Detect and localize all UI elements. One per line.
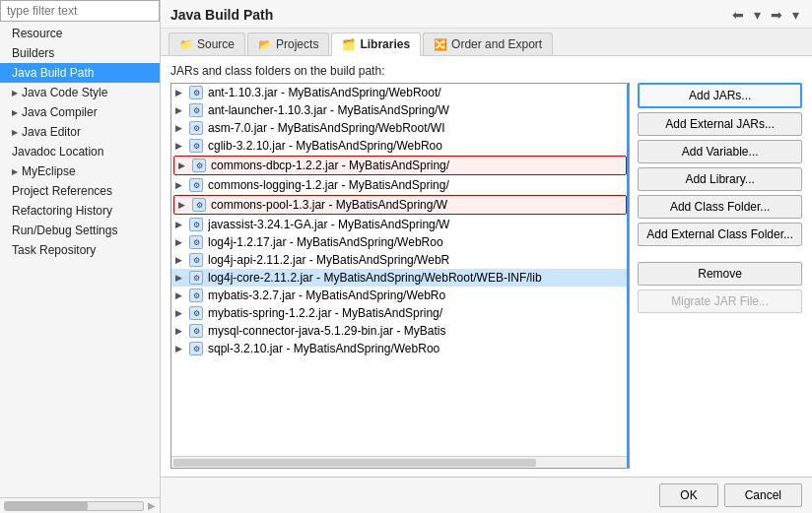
jar-item-expand-arrow: ▶ <box>178 160 188 170</box>
jar-item[interactable]: ▶⚙log4j-1.2.17.jar - MyBatisAndSpring/We… <box>171 233 629 251</box>
jar-item[interactable]: ▶⚙ant-launcher-1.10.3.jar - MyBatisAndSp… <box>171 101 629 119</box>
jar-item-label: commons-pool-1.3.jar - MyBatisAndSpring/… <box>211 198 447 212</box>
main-header: Java Build Path ⬅ ▾ ➡ ▾ <box>161 0 812 29</box>
jar-item-label: asm-7.0.jar - MyBatisAndSpring/WebRoot/W… <box>208 121 445 135</box>
jar-item-expand-arrow: ▶ <box>175 255 185 265</box>
jar-item-expand-arrow: ▶ <box>175 237 185 247</box>
add-external-jars-button[interactable]: Add External JARs... <box>638 112 802 136</box>
cancel-button[interactable]: Cancel <box>724 483 802 507</box>
sidebar-item-javadoc-location[interactable]: Javadoc Location <box>0 142 160 161</box>
jar-item-label: log4j-1.2.17.jar - MyBatisAndSpring/WebR… <box>208 235 443 249</box>
sidebar-hscrollbar[interactable] <box>4 501 144 511</box>
jar-item-label: commons-dbcp-1.2.2.jar - MyBatisAndSprin… <box>211 159 449 172</box>
jar-item-label: mysql-connector-java-5.1.29-bin.jar - My… <box>208 324 445 338</box>
jar-item-label: log4j-api-2.11.2.jar - MyBatisAndSpring/… <box>208 253 449 267</box>
sidebar-item-project-references[interactable]: Project References <box>0 181 160 201</box>
filter-input[interactable] <box>0 0 160 22</box>
jar-item[interactable]: ▶⚙cglib-3.2.10.jar - MyBatisAndSpring/We… <box>171 137 629 155</box>
order-export-tab-icon: 🔀 <box>434 38 447 51</box>
jar-item-icon: ⚙ <box>191 158 207 173</box>
main-panel: Java Build Path ⬅ ▾ ➡ ▾ 📁Source📂Projects… <box>161 0 812 513</box>
jar-item-icon: ⚙ <box>188 217 204 232</box>
jar-list-container: ▶⚙ant-1.10.3.jar - MyBatisAndSpring/WebR… <box>170 83 630 469</box>
jar-item-expand-arrow: ▶ <box>175 308 185 318</box>
scroll-arrow-right[interactable]: ▶ <box>148 500 156 511</box>
add-variable-button[interactable]: Add Variable... <box>638 140 802 163</box>
sidebar-item-java-editor[interactable]: Java Editor <box>0 122 160 142</box>
sidebar-item-run-debug-settings[interactable]: Run/Debug Settings <box>0 221 160 240</box>
source-tab-label: Source <box>197 37 235 51</box>
tabs-bar: 📁Source📂Projects🗂️Libraries🔀Order and Ex… <box>161 29 812 56</box>
sidebar-item-java-code-style[interactable]: Java Code Style <box>0 83 160 102</box>
jar-item-icon: ⚙ <box>188 138 204 154</box>
jar-item-icon: ⚙ <box>188 102 204 118</box>
sidebar-hscrollbar-thumb <box>5 502 88 510</box>
nav-dropdown-button[interactable]: ▾ <box>751 6 764 24</box>
remove-button[interactable]: Remove <box>638 262 802 286</box>
jar-item[interactable]: ▶⚙commons-logging-1.2.jar - MyBatisAndSp… <box>171 176 629 194</box>
add-jars-button[interactable]: Add JARs... <box>638 83 802 108</box>
jar-item[interactable]: ▶⚙mysql-connector-java-5.1.29-bin.jar - … <box>171 322 629 340</box>
projects-tab-icon: 📂 <box>258 38 272 51</box>
jar-item-icon: ⚙ <box>188 252 204 268</box>
nav-back-button[interactable]: ⬅ <box>729 6 747 24</box>
sidebar-item-refactoring-history[interactable]: Refactoring History <box>0 201 160 221</box>
jar-item-label: cglib-3.2.10.jar - MyBatisAndSpring/WebR… <box>208 139 442 153</box>
jar-item[interactable]: ▶⚙javassist-3.24.1-GA.jar - MyBatisAndSp… <box>171 216 629 233</box>
jar-item-expand-arrow: ▶ <box>178 200 188 210</box>
jar-item-icon: ⚙ <box>188 305 204 321</box>
jar-item-expand-arrow: ▶ <box>175 105 185 115</box>
nav-forward-dropdown-button[interactable]: ▾ <box>789 6 802 24</box>
tab-projects[interactable]: 📂Projects <box>247 32 329 55</box>
sidebar-item-java-compiler[interactable]: Java Compiler <box>0 102 160 122</box>
tab-libraries[interactable]: 🗂️Libraries <box>331 32 421 56</box>
jar-list[interactable]: ▶⚙ant-1.10.3.jar - MyBatisAndSpring/WebR… <box>171 84 629 456</box>
header-icons: ⬅ ▾ ➡ ▾ <box>729 6 802 24</box>
jar-list-label: JARs and class folders on the build path… <box>170 64 802 78</box>
jar-item[interactable]: ▶⚙sqpl-3.2.10.jar - MyBatisAndSpring/Web… <box>171 340 629 357</box>
jar-item-icon: ⚙ <box>191 197 207 213</box>
jar-item-icon: ⚙ <box>188 270 204 286</box>
jar-item-label: commons-logging-1.2.jar - MyBatisAndSpri… <box>208 178 449 192</box>
add-library-button[interactable]: Add Library... <box>638 167 802 191</box>
libraries-tab-icon: 🗂️ <box>342 38 356 51</box>
ok-button[interactable]: OK <box>659 483 717 507</box>
jar-item[interactable]: ▶⚙ant-1.10.3.jar - MyBatisAndSpring/WebR… <box>171 84 629 101</box>
sidebar-item-resource[interactable]: Resource <box>0 24 160 43</box>
jar-item-label: sqpl-3.2.10.jar - MyBatisAndSpring/WebRo… <box>208 342 440 355</box>
jar-item-expand-arrow: ▶ <box>175 273 185 283</box>
tab-order-export[interactable]: 🔀Order and Export <box>423 32 553 55</box>
sidebar-items-list: ResourceBuildersJava Build PathJava Code… <box>0 22 160 497</box>
main-content: JARs and class folders on the build path… <box>161 56 812 477</box>
jar-item-label: log4j-core-2.11.2.jar - MyBatisAndSpring… <box>208 271 542 285</box>
nav-forward-button[interactable]: ➡ <box>768 6 785 24</box>
jar-item-expand-arrow: ▶ <box>175 290 185 300</box>
jar-item[interactable]: ▶⚙log4j-api-2.11.2.jar - MyBatisAndSprin… <box>171 251 629 269</box>
sidebar-item-java-build-path[interactable]: Java Build Path <box>0 63 160 83</box>
jar-item-expand-arrow: ▶ <box>175 123 185 133</box>
jar-item[interactable]: ▶⚙commons-pool-1.3.jar - MyBatisAndSprin… <box>173 195 627 215</box>
jar-item[interactable]: ▶⚙commons-dbcp-1.2.2.jar - MyBatisAndSpr… <box>173 156 627 175</box>
sidebar: ResourceBuildersJava Build PathJava Code… <box>0 0 161 513</box>
jar-item[interactable]: ▶⚙log4j-core-2.11.2.jar - MyBatisAndSpri… <box>171 269 629 287</box>
jar-hscrollbar[interactable] <box>171 456 629 468</box>
sidebar-item-myeclipse[interactable]: MyEclipse <box>0 161 160 181</box>
right-blue-indicator <box>627 84 629 468</box>
page-title: Java Build Path <box>170 7 273 23</box>
jar-item[interactable]: ▶⚙mybatis-3.2.7.jar - MyBatisAndSpring/W… <box>171 287 629 304</box>
jar-item[interactable]: ▶⚙asm-7.0.jar - MyBatisAndSpring/WebRoot… <box>171 119 629 137</box>
jar-item-expand-arrow: ▶ <box>175 220 185 229</box>
add-external-class-folder-button[interactable]: Add External Class Folder... <box>638 223 802 246</box>
jar-item-icon: ⚙ <box>188 234 204 250</box>
tab-source[interactable]: 📁Source <box>169 32 245 55</box>
btn-spacer <box>638 250 802 258</box>
jar-item[interactable]: ▶⚙mybatis-spring-1.2.2.jar - MyBatisAndS… <box>171 304 629 322</box>
jar-item-label: mybatis-spring-1.2.2.jar - MyBatisAndSpr… <box>208 306 442 320</box>
jar-item-icon: ⚙ <box>188 288 204 303</box>
add-class-folder-button[interactable]: Add Class Folder... <box>638 195 802 219</box>
projects-tab-label: Projects <box>276 37 318 51</box>
sidebar-scrollbar-row: ▶ <box>0 497 160 513</box>
sidebar-item-task-repository[interactable]: Task Repository <box>0 240 160 260</box>
sidebar-item-builders[interactable]: Builders <box>0 43 160 63</box>
libraries-tab-label: Libraries <box>360 37 410 51</box>
